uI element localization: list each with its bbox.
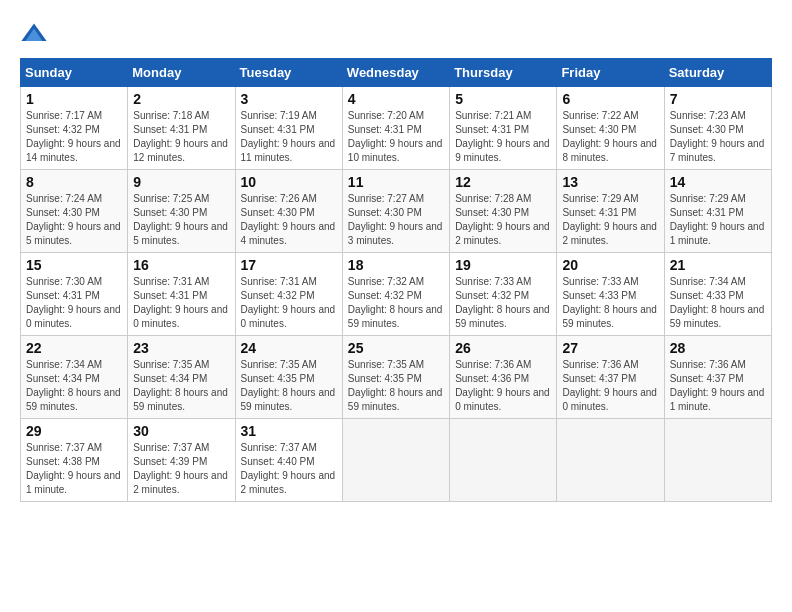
day-number: 17 (241, 257, 337, 273)
calendar-cell: 9Sunrise: 7:25 AM Sunset: 4:30 PM Daylig… (128, 170, 235, 253)
calendar-cell: 27Sunrise: 7:36 AM Sunset: 4:37 PM Dayli… (557, 336, 664, 419)
logo (20, 20, 52, 48)
calendar-cell: 26Sunrise: 7:36 AM Sunset: 4:36 PM Dayli… (450, 336, 557, 419)
calendar-cell: 23Sunrise: 7:35 AM Sunset: 4:34 PM Dayli… (128, 336, 235, 419)
day-number: 19 (455, 257, 551, 273)
calendar-cell: 13Sunrise: 7:29 AM Sunset: 4:31 PM Dayli… (557, 170, 664, 253)
day-number: 7 (670, 91, 766, 107)
calendar-cell: 18Sunrise: 7:32 AM Sunset: 4:32 PM Dayli… (342, 253, 449, 336)
day-info: Sunrise: 7:35 AM Sunset: 4:35 PM Dayligh… (348, 358, 444, 414)
day-info: Sunrise: 7:31 AM Sunset: 4:31 PM Dayligh… (133, 275, 229, 331)
calendar-cell (664, 419, 771, 502)
day-info: Sunrise: 7:37 AM Sunset: 4:38 PM Dayligh… (26, 441, 122, 497)
calendar-cell: 29Sunrise: 7:37 AM Sunset: 4:38 PM Dayli… (21, 419, 128, 502)
day-number: 27 (562, 340, 658, 356)
calendar-cell: 15Sunrise: 7:30 AM Sunset: 4:31 PM Dayli… (21, 253, 128, 336)
day-number: 25 (348, 340, 444, 356)
day-number: 13 (562, 174, 658, 190)
day-number: 3 (241, 91, 337, 107)
day-number: 16 (133, 257, 229, 273)
day-info: Sunrise: 7:35 AM Sunset: 4:34 PM Dayligh… (133, 358, 229, 414)
day-info: Sunrise: 7:29 AM Sunset: 4:31 PM Dayligh… (562, 192, 658, 248)
day-number: 23 (133, 340, 229, 356)
day-info: Sunrise: 7:26 AM Sunset: 4:30 PM Dayligh… (241, 192, 337, 248)
calendar-cell: 16Sunrise: 7:31 AM Sunset: 4:31 PM Dayli… (128, 253, 235, 336)
day-number: 20 (562, 257, 658, 273)
week-row-3: 15Sunrise: 7:30 AM Sunset: 4:31 PM Dayli… (21, 253, 772, 336)
day-info: Sunrise: 7:23 AM Sunset: 4:30 PM Dayligh… (670, 109, 766, 165)
calendar-cell: 20Sunrise: 7:33 AM Sunset: 4:33 PM Dayli… (557, 253, 664, 336)
day-info: Sunrise: 7:27 AM Sunset: 4:30 PM Dayligh… (348, 192, 444, 248)
page-header (20, 20, 772, 48)
calendar-cell: 7Sunrise: 7:23 AM Sunset: 4:30 PM Daylig… (664, 87, 771, 170)
day-info: Sunrise: 7:17 AM Sunset: 4:32 PM Dayligh… (26, 109, 122, 165)
calendar-cell: 1Sunrise: 7:17 AM Sunset: 4:32 PM Daylig… (21, 87, 128, 170)
day-info: Sunrise: 7:24 AM Sunset: 4:30 PM Dayligh… (26, 192, 122, 248)
day-number: 26 (455, 340, 551, 356)
calendar-cell: 28Sunrise: 7:36 AM Sunset: 4:37 PM Dayli… (664, 336, 771, 419)
day-info: Sunrise: 7:33 AM Sunset: 4:32 PM Dayligh… (455, 275, 551, 331)
week-row-1: 1Sunrise: 7:17 AM Sunset: 4:32 PM Daylig… (21, 87, 772, 170)
day-number: 1 (26, 91, 122, 107)
day-number: 21 (670, 257, 766, 273)
day-number: 2 (133, 91, 229, 107)
day-info: Sunrise: 7:36 AM Sunset: 4:37 PM Dayligh… (670, 358, 766, 414)
day-number: 29 (26, 423, 122, 439)
day-number: 9 (133, 174, 229, 190)
calendar-cell: 19Sunrise: 7:33 AM Sunset: 4:32 PM Dayli… (450, 253, 557, 336)
calendar-cell: 5Sunrise: 7:21 AM Sunset: 4:31 PM Daylig… (450, 87, 557, 170)
day-info: Sunrise: 7:18 AM Sunset: 4:31 PM Dayligh… (133, 109, 229, 165)
calendar-cell: 4Sunrise: 7:20 AM Sunset: 4:31 PM Daylig… (342, 87, 449, 170)
day-info: Sunrise: 7:34 AM Sunset: 4:34 PM Dayligh… (26, 358, 122, 414)
day-info: Sunrise: 7:36 AM Sunset: 4:37 PM Dayligh… (562, 358, 658, 414)
day-number: 24 (241, 340, 337, 356)
calendar-cell: 3Sunrise: 7:19 AM Sunset: 4:31 PM Daylig… (235, 87, 342, 170)
calendar-cell (557, 419, 664, 502)
day-info: Sunrise: 7:22 AM Sunset: 4:30 PM Dayligh… (562, 109, 658, 165)
calendar-cell: 2Sunrise: 7:18 AM Sunset: 4:31 PM Daylig… (128, 87, 235, 170)
calendar-cell: 14Sunrise: 7:29 AM Sunset: 4:31 PM Dayli… (664, 170, 771, 253)
logo-icon (20, 20, 48, 48)
day-info: Sunrise: 7:28 AM Sunset: 4:30 PM Dayligh… (455, 192, 551, 248)
column-header-thursday: Thursday (450, 59, 557, 87)
day-info: Sunrise: 7:19 AM Sunset: 4:31 PM Dayligh… (241, 109, 337, 165)
calendar-cell: 24Sunrise: 7:35 AM Sunset: 4:35 PM Dayli… (235, 336, 342, 419)
week-row-2: 8Sunrise: 7:24 AM Sunset: 4:30 PM Daylig… (21, 170, 772, 253)
calendar-cell (342, 419, 449, 502)
day-number: 22 (26, 340, 122, 356)
calendar-cell: 12Sunrise: 7:28 AM Sunset: 4:30 PM Dayli… (450, 170, 557, 253)
day-info: Sunrise: 7:33 AM Sunset: 4:33 PM Dayligh… (562, 275, 658, 331)
calendar-cell: 25Sunrise: 7:35 AM Sunset: 4:35 PM Dayli… (342, 336, 449, 419)
calendar-table: SundayMondayTuesdayWednesdayThursdayFrid… (20, 58, 772, 502)
day-info: Sunrise: 7:21 AM Sunset: 4:31 PM Dayligh… (455, 109, 551, 165)
calendar-cell: 8Sunrise: 7:24 AM Sunset: 4:30 PM Daylig… (21, 170, 128, 253)
calendar-cell: 10Sunrise: 7:26 AM Sunset: 4:30 PM Dayli… (235, 170, 342, 253)
day-number: 11 (348, 174, 444, 190)
day-info: Sunrise: 7:37 AM Sunset: 4:39 PM Dayligh… (133, 441, 229, 497)
day-info: Sunrise: 7:29 AM Sunset: 4:31 PM Dayligh… (670, 192, 766, 248)
day-info: Sunrise: 7:31 AM Sunset: 4:32 PM Dayligh… (241, 275, 337, 331)
day-number: 18 (348, 257, 444, 273)
day-number: 4 (348, 91, 444, 107)
day-info: Sunrise: 7:35 AM Sunset: 4:35 PM Dayligh… (241, 358, 337, 414)
column-header-friday: Friday (557, 59, 664, 87)
calendar-cell: 22Sunrise: 7:34 AM Sunset: 4:34 PM Dayli… (21, 336, 128, 419)
day-number: 12 (455, 174, 551, 190)
calendar-cell: 31Sunrise: 7:37 AM Sunset: 4:40 PM Dayli… (235, 419, 342, 502)
day-number: 14 (670, 174, 766, 190)
day-info: Sunrise: 7:37 AM Sunset: 4:40 PM Dayligh… (241, 441, 337, 497)
day-number: 31 (241, 423, 337, 439)
day-number: 28 (670, 340, 766, 356)
day-number: 8 (26, 174, 122, 190)
column-header-sunday: Sunday (21, 59, 128, 87)
calendar-cell: 11Sunrise: 7:27 AM Sunset: 4:30 PM Dayli… (342, 170, 449, 253)
calendar-cell: 30Sunrise: 7:37 AM Sunset: 4:39 PM Dayli… (128, 419, 235, 502)
column-header-wednesday: Wednesday (342, 59, 449, 87)
day-info: Sunrise: 7:34 AM Sunset: 4:33 PM Dayligh… (670, 275, 766, 331)
day-number: 5 (455, 91, 551, 107)
column-header-tuesday: Tuesday (235, 59, 342, 87)
calendar-cell: 21Sunrise: 7:34 AM Sunset: 4:33 PM Dayli… (664, 253, 771, 336)
day-info: Sunrise: 7:36 AM Sunset: 4:36 PM Dayligh… (455, 358, 551, 414)
day-number: 10 (241, 174, 337, 190)
day-number: 30 (133, 423, 229, 439)
